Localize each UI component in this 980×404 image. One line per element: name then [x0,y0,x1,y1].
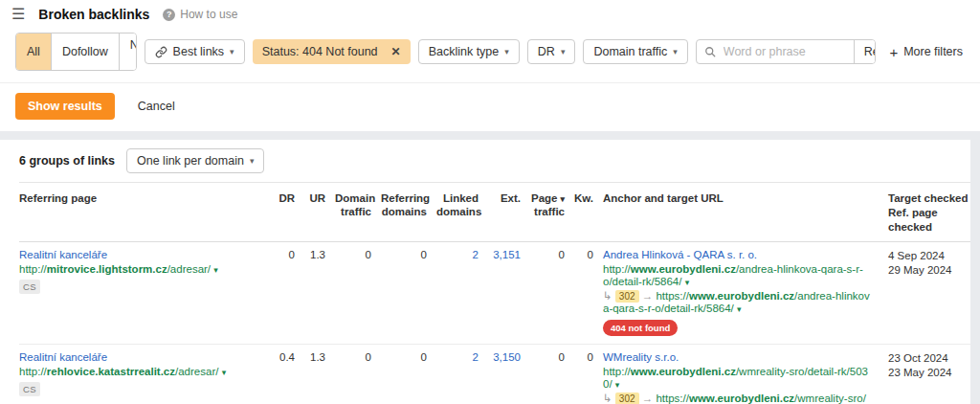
col-ur[interactable]: UR [304,183,335,242]
page-traffic-value: 0 [530,242,574,345]
col-referring-page[interactable]: Referring page [19,183,276,242]
backlink-type-label: Backlink type [429,45,500,58]
ref-page-url-dropdown[interactable]: Ref. page URL ▾ [854,40,877,63]
how-to-use-link[interactable]: ? How to use [163,8,237,21]
best-links-button[interactable]: Best links ▾ [145,39,245,64]
how-to-use-label: How to use [180,8,237,21]
chevron-down-icon: ▾ [504,48,509,56]
url-link[interactable]: http://www.eurobydleni.cz/wmreality-sro/… [603,366,868,390]
ext-value[interactable]: 3,151 [488,242,530,345]
remove-filter-icon[interactable]: ✕ [391,45,401,58]
col-anchor-target-url[interactable]: Anchor and target URL [603,183,882,242]
url-link[interactable]: http://mitrovice.lightstorm.cz/adresar/ [19,263,211,275]
redirect-branch-icon: ↳ [603,290,612,302]
filter-nofollow-button[interactable]: Nofollow ▾ [119,34,137,70]
referring-page-cell: Realitní kancelářehttp://rehlovice.katas… [19,345,276,404]
follow-filter-group: All Dofollow Nofollow ▾ [15,33,137,71]
redirect-code-badge: 302 [615,290,639,303]
domain-traffic-value: 0 [335,345,381,404]
ref-page-checked-date: 29 May 2024 [888,263,970,278]
word-search-group: Ref. page URL ▾ [696,39,877,64]
dr-value: 0 [276,242,304,345]
linked-domains-value[interactable]: 2 [436,345,488,404]
question-mark-icon: ? [163,9,175,21]
search-input[interactable] [722,44,846,59]
redirect-branch-icon: ↳ [603,393,612,404]
referring-page-title-link[interactable]: Realitní kanceláře [19,249,107,260]
chevron-down-icon: ▾ [561,48,566,56]
referring-page-cell: Realitní kancelářehttp://mitrovice.light… [19,242,276,345]
referring-page-title-link[interactable]: Realitní kanceláře [19,351,107,363]
table-row: Realitní kancelářehttp://mitrovice.light… [19,242,970,345]
domain-traffic-dropdown[interactable]: Domain traffic ▾ [583,39,687,64]
chevron-down-icon[interactable]: ▾ [213,265,218,275]
page-traffic-value: 0 [530,345,574,404]
col-dr[interactable]: DR [276,183,304,242]
ur-value: 1.3 [304,345,335,404]
checked-dates-cell: 23 Oct 202423 May 2024 [882,345,970,404]
dr-value: 0.4 [276,345,304,404]
kw-value: 0 [574,345,603,404]
ext-value[interactable]: 3,150 [488,345,530,404]
backlinks-table: Referring page DR UR Domaintraffic Refer… [19,182,970,404]
ur-value: 1.3 [304,242,335,345]
status-badge: 404 not found [603,320,678,336]
linked-domains-value-link[interactable]: 2 [473,351,479,363]
more-filters-button[interactable]: + More filters [883,40,969,64]
ext-value-link[interactable]: 3,150 [493,351,521,363]
chevron-down-icon[interactable]: ▾ [615,380,620,390]
col-linked-domains[interactable]: Linkeddomains [436,183,488,242]
filter-all-button[interactable]: All [16,34,51,70]
chevron-down-icon[interactable]: ▾ [737,304,742,314]
anchor-target-cell: Andrea Hlinková - QARA s. r. o.http://ww… [603,242,882,345]
status-filter-chip[interactable]: Status: 404 Not found ✕ [253,39,411,64]
filter-nofollow-label: Nofollow [130,38,137,52]
anchor-target-cell: WMreality s.r.o.http://www.eurobydleni.c… [603,345,882,404]
dr-label: DR [538,45,555,58]
results-bar: 6 groups of links One link per domain ▾ [0,140,970,182]
col-referring-domains[interactable]: Referringdomains [381,183,436,242]
linked-domains-value[interactable]: 2 [436,242,488,345]
chevron-down-icon[interactable]: ▾ [685,278,690,287]
kw-value: 0 [574,242,603,345]
chevron-down-icon: ▾ [230,48,234,56]
domain-traffic-value: 0 [335,242,381,345]
domain-traffic-label: Domain traffic [593,45,667,58]
sort-caret-icon: ▾ [560,194,565,204]
header-and-filters: ☰ Broken backlinks ? How to use All Dofo… [0,0,980,131]
cancel-button[interactable]: Cancel [132,99,181,114]
hamburger-menu-icon[interactable]: ☰ [11,7,25,22]
page-title: Broken backlinks [38,7,149,22]
col-checked[interactable]: Target checkedRef. page checked [882,183,970,242]
col-page-traffic[interactable]: Page▾traffic [530,183,574,242]
plus-icon: + [889,45,898,59]
ext-value-link[interactable]: 3,151 [493,249,521,260]
filter-dofollow-button[interactable]: Dofollow [51,34,119,70]
anchor-text-link[interactable]: Andrea Hlinková - QARA s. r. o. [603,249,757,260]
backlink-type-dropdown[interactable]: Backlink type ▾ [418,39,520,64]
show-results-button[interactable]: Show results [15,93,115,120]
search-icon [704,46,716,57]
url-link[interactable]: http://www.eurobydleni.cz/andrea-hlinkov… [603,263,863,287]
chevron-down-icon: ▾ [250,157,255,166]
language-badge: CS [19,382,40,396]
results-panel: 6 groups of links One link per domain ▾ … [0,140,970,404]
referring-domains-value: 0 [381,242,436,345]
grouping-label: One link per domain [137,154,244,168]
checked-dates-cell: 4 Sep 202429 May 2024 [882,242,970,345]
more-filters-label: More filters [903,45,963,58]
chevron-down-icon: ▾ [673,48,678,56]
chevron-down-icon[interactable]: ▾ [222,368,227,377]
table-body: Realitní kancelářehttp://mitrovice.light… [19,242,970,404]
ref-page-url-label: Ref. page URL [864,45,877,58]
grouping-dropdown[interactable]: One link per domain ▾ [126,148,264,173]
url-link[interactable]: http://rehlovice.katastrrealit.cz/adresa… [19,366,218,377]
col-kw[interactable]: Kw. [574,183,603,242]
referring-domains-value: 0 [381,345,436,404]
col-domain-traffic[interactable]: Domaintraffic [335,183,381,242]
anchor-text-link[interactable]: WMreality s.r.o. [603,351,679,363]
dr-dropdown[interactable]: DR ▾ [527,39,576,64]
best-links-label: Best links [173,45,225,58]
col-ext[interactable]: Ext. [488,183,530,242]
linked-domains-value-link[interactable]: 2 [473,249,479,260]
